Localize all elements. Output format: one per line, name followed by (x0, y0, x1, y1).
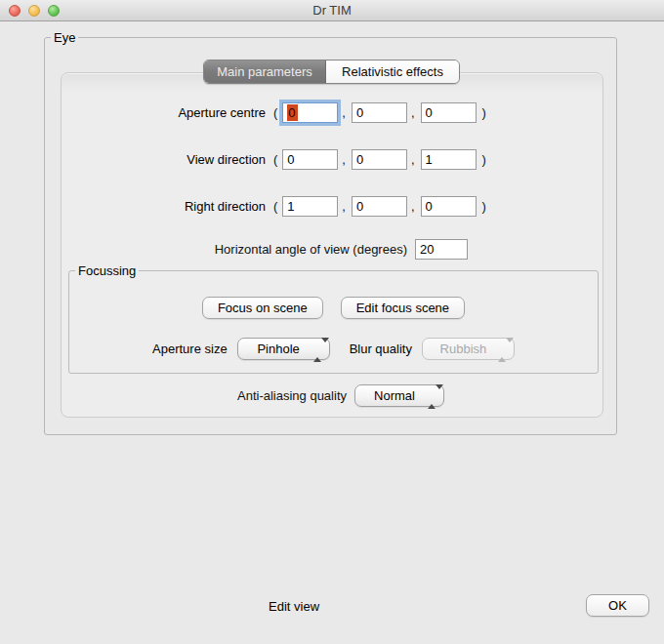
selected-text: 0 (287, 104, 297, 121)
comma: , (342, 152, 346, 167)
right-direction-z-field[interactable]: 0 (421, 196, 477, 217)
focussing-group-box: Focussing Focus on scene Edit focus scen… (68, 270, 599, 374)
up-down-arrows-icon (428, 389, 436, 403)
right-direction-y-field[interactable]: 0 (352, 196, 407, 217)
anti-aliasing-value: Normal (374, 388, 415, 403)
eye-group-label: Eye (51, 30, 78, 45)
comma: , (342, 199, 346, 214)
horizontal-angle-row: Horizontal angle of view (degrees) 20 (61, 238, 603, 260)
close-paren: ) (482, 105, 486, 120)
view-direction-z-field[interactable]: 1 (421, 149, 477, 170)
aperture-size-value: Pinhole (257, 342, 299, 356)
aperture-centre-label: Aperture centre (61, 105, 266, 120)
right-direction-label: Right direction (61, 199, 266, 214)
aperture-size-dropdown[interactable]: Pinhole (237, 338, 330, 360)
focussing-buttons-row: Focus on scene Edit focus scene (69, 297, 598, 319)
open-paren: ( (273, 105, 277, 120)
close-paren: ) (482, 199, 486, 214)
window-title: Dr TIM (0, 0, 664, 21)
open-paren: ( (273, 199, 277, 214)
aperture-centre-z-field[interactable]: 0 (421, 102, 477, 123)
aperture-centre-x-field[interactable]: 0 (282, 102, 338, 123)
ok-button[interactable]: OK (586, 594, 649, 617)
view-direction-label: View direction (61, 152, 266, 167)
focussing-group-label: Focussing (75, 263, 139, 278)
view-direction-row: View direction ( 0 , 0 , 1 ) (61, 148, 603, 170)
dr-tim-window: Dr TIM Eye Main parameters Relativistic … (0, 0, 664, 644)
horizontal-angle-label: Horizontal angle of view (degrees) (61, 242, 407, 257)
comma: , (411, 152, 415, 167)
focus-on-scene-button[interactable]: Focus on scene (202, 297, 323, 319)
close-paren: ) (482, 152, 486, 167)
up-down-arrows-icon (313, 342, 321, 356)
right-direction-x-field[interactable]: 1 (282, 196, 338, 217)
comma: , (411, 105, 415, 120)
blur-quality-value: Rubbish (440, 342, 487, 356)
view-direction-x-field[interactable]: 0 (282, 149, 338, 170)
blur-quality-label: Blur quality (350, 342, 412, 356)
aperture-centre-y-field[interactable]: 0 (352, 102, 407, 123)
view-direction-y-field[interactable]: 0 (352, 149, 407, 170)
comma: , (411, 199, 415, 214)
tab-bar: Main parameters Relativistic effects (203, 60, 460, 84)
blur-quality-dropdown: Rubbish (422, 338, 515, 360)
horizontal-angle-field[interactable]: 20 (415, 239, 468, 260)
comma: , (342, 105, 346, 120)
anti-aliasing-dropdown[interactable]: Normal (354, 384, 444, 407)
tab-main-parameters[interactable]: Main parameters (204, 60, 326, 83)
open-paren: ( (273, 152, 277, 167)
edit-focus-scene-button[interactable]: Edit focus scene (341, 297, 465, 319)
aperture-size-row: Aperture size Pinhole Blur quality Rubbi… (69, 338, 598, 360)
edit-view-label: Edit view (269, 599, 319, 614)
aperture-size-label: Aperture size (152, 342, 228, 356)
title-bar: Dr TIM (0, 0, 664, 21)
tab-relativistic-effects[interactable]: Relativistic effects (326, 60, 459, 83)
right-direction-row: Right direction ( 1 , 0 , 0 ) (61, 195, 603, 217)
up-down-arrows-icon (498, 342, 506, 356)
anti-aliasing-label: Anti-aliasing quality (61, 388, 347, 403)
anti-aliasing-row: Anti-aliasing quality Normal (61, 384, 603, 407)
aperture-centre-row: Aperture centre ( 0 , 0 , 0 ) (61, 101, 603, 123)
